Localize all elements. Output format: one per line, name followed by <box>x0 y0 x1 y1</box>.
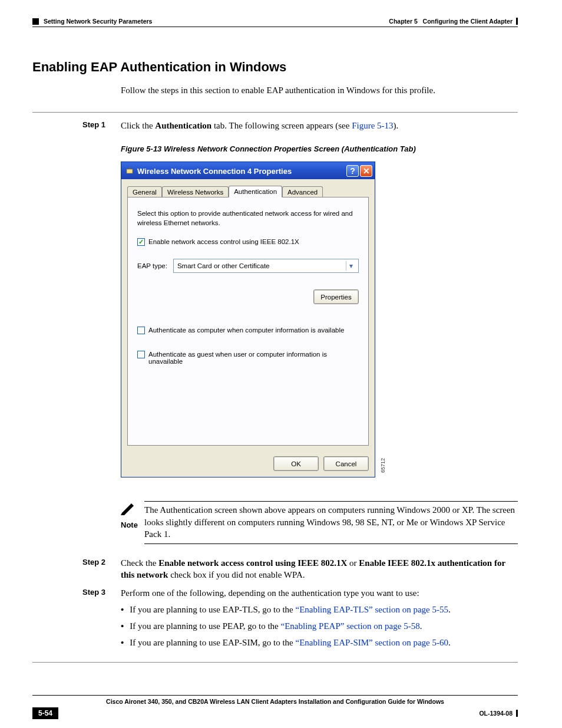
header-section: Setting Network Security Parameters <box>44 18 152 25</box>
header-chapter-title: Configuring the Client Adapter <box>423 18 513 25</box>
eap-type-dropdown[interactable]: Smart Card or other Certificate ▾ <box>173 259 359 273</box>
chevron-down-icon: ▾ <box>346 261 356 271</box>
step-2-label: Step 2 <box>82 557 121 581</box>
properties-button[interactable]: Properties <box>313 289 359 304</box>
dialog-title: Wireless Network Connection 4 Properties <box>137 167 345 176</box>
step-3: Step 3 Perform one of the following, dep… <box>32 587 518 654</box>
dialog-tabs: General Wireless Networks Authentication… <box>127 185 369 197</box>
header-bar-icon <box>516 18 518 25</box>
ok-button[interactable]: OK <box>273 456 319 471</box>
step-1-label: Step 1 <box>82 120 121 131</box>
bullet-eap-tls: If you are planning to use EAP-TLS, go t… <box>121 604 518 615</box>
checkbox-auth-as-guest-label: Authenticate as guest when user or compu… <box>148 351 359 365</box>
tab-advanced[interactable]: Advanced <box>282 186 323 197</box>
tab-content: Select this option to provide authentica… <box>127 197 369 446</box>
step-1-body: Click the Authentication tab. The follow… <box>121 120 518 131</box>
svg-rect-0 <box>127 169 133 173</box>
note-text: The Authentication screen shown above ap… <box>144 505 515 539</box>
step-3-label: Step 3 <box>82 587 121 654</box>
intro-text: Follow the steps in this section to enab… <box>121 85 518 95</box>
dialog-button-row: OK Cancel <box>121 453 375 477</box>
footer-bar-icon <box>516 710 518 717</box>
note-block: Note The Authentication screen shown abo… <box>121 501 518 544</box>
doc-id: OL-1394-08 <box>479 710 518 717</box>
wireless-icon <box>125 167 134 176</box>
eap-type-value: Smart Card or other Certificate <box>177 262 270 269</box>
figure-caption: Figure 5-13 Wireless Network Connection … <box>121 144 518 153</box>
dialog-window: Wireless Network Connection 4 Properties… <box>121 162 375 477</box>
page-number-badge: 5-54 <box>32 707 58 719</box>
note-label: Note <box>121 521 138 529</box>
step-3-body: Perform one of the following, depending … <box>121 587 518 654</box>
footer-book-title: Cisco Aironet 340, 350, and CB20A Wirele… <box>32 698 518 705</box>
close-button[interactable]: ✕ <box>360 165 372 177</box>
step-rule-bottom <box>32 662 518 663</box>
step-rule-top <box>32 112 518 113</box>
checkbox-auth-as-computer-label: Authenticate as computer when computer i… <box>148 327 344 334</box>
link-eap-sim[interactable]: “Enabling EAP-SIM” section on page 5-60 <box>295 638 448 647</box>
pencil-icon <box>121 501 137 519</box>
tab-wireless-networks[interactable]: Wireless Networks <box>162 186 229 197</box>
tab-authentication[interactable]: Authentication <box>229 186 282 197</box>
link-peap[interactable]: “Enabling PEAP” section on page 5-58 <box>280 621 419 631</box>
checkbox-auth-as-computer[interactable] <box>137 327 145 334</box>
help-button[interactable]: ? <box>346 165 359 177</box>
checkbox-enable-8021x-label: Enable network access control using IEEE… <box>148 238 299 245</box>
checkbox-enable-8021x[interactable] <box>137 238 145 246</box>
page-footer: Cisco Aironet 340, 350, and CB20A Wirele… <box>32 695 518 719</box>
step-2-body: Check the Enable network access control … <box>121 557 518 581</box>
section-heading: Enabling EAP Authentication in Windows <box>32 60 518 75</box>
checkbox-auth-as-guest[interactable] <box>137 351 145 358</box>
eap-type-label: EAP type: <box>137 262 167 269</box>
header-rule <box>32 27 518 27</box>
note-rule <box>144 543 518 544</box>
bullet-peap: If you are planning to use PEAP, go to t… <box>121 620 518 632</box>
figure-number: 65712 <box>380 458 386 473</box>
step-3-intro: Perform one of the following, depending … <box>121 588 419 598</box>
dialog-description: Select this option to provide authentica… <box>137 209 359 228</box>
header-marker-icon <box>32 18 39 25</box>
step-1: Step 1 Click the Authentication tab. The… <box>32 120 518 131</box>
step-2: Step 2 Check the Enable network access c… <box>32 557 518 581</box>
dialog-titlebar: Wireless Network Connection 4 Properties… <box>121 162 375 179</box>
cancel-button[interactable]: Cancel <box>323 456 369 471</box>
tab-general[interactable]: General <box>127 186 162 197</box>
figure-link[interactable]: Figure 5-13 <box>352 121 393 130</box>
page-header: Setting Network Security Parameters Chap… <box>32 18 518 25</box>
bullet-eap-sim: If you are planning to use EAP-SIM, go t… <box>121 637 518 648</box>
link-eap-tls[interactable]: “Enabling EAP-TLS” section on page 5-55 <box>295 605 448 614</box>
header-chapter-label: Chapter 5 <box>389 18 417 25</box>
